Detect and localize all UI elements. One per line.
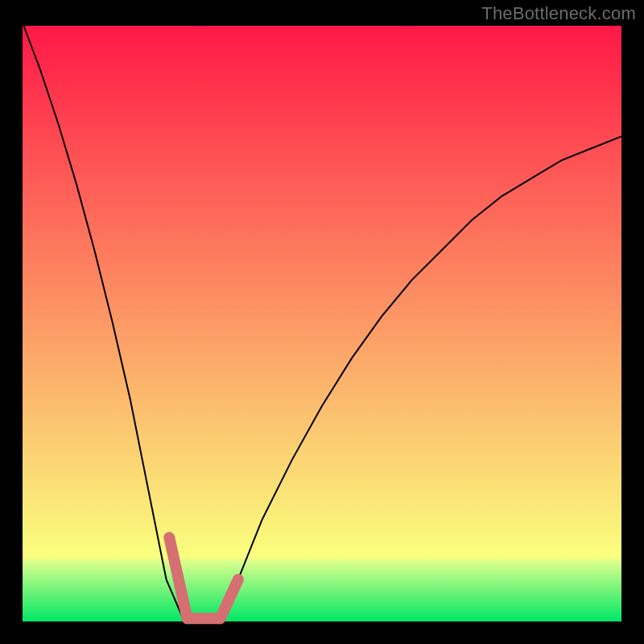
gradient-band [23, 557, 621, 562]
bottleneck-chart [0, 0, 644, 644]
watermark-label: TheBottleneck.com [481, 3, 636, 24]
gradient-band [23, 26, 621, 557]
chart-frame: TheBottleneck.com [0, 0, 644, 644]
gradient-band [23, 562, 621, 621]
